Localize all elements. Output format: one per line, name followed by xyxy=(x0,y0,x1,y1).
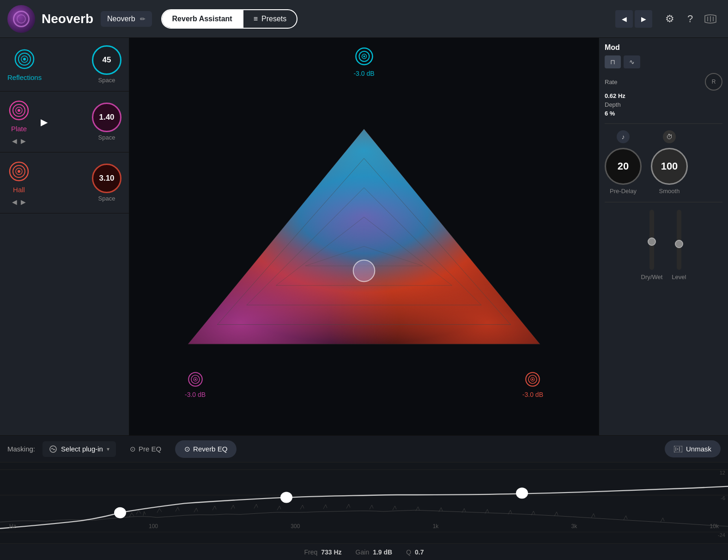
pre-eq-icon: ⊙ xyxy=(130,445,136,453)
svg-point-28 xyxy=(363,55,365,57)
mod-type-buttons: ⊓ ∿ xyxy=(605,55,722,68)
center-visualization[interactable]: -3.0 dB -3.0 dB -3.0 dB xyxy=(129,38,599,435)
freq-stat: Freq 733 Hz xyxy=(304,548,341,556)
pre-eq-tab[interactable]: ⊙ Pre EQ xyxy=(121,440,170,458)
db-label-bottom-left: -3.0 dB xyxy=(185,371,206,398)
hall-next-button[interactable]: ▶ xyxy=(21,198,26,206)
eq-chart[interactable]: 12 -6 -24 Hz 100 300 1k 3k 10k xyxy=(0,463,728,543)
level-label: Level xyxy=(672,274,686,280)
depth-value-row: 6 % xyxy=(605,110,722,117)
mod-sine-button[interactable]: ∿ xyxy=(624,55,640,68)
select-plugin-dropdown[interactable]: Select plug-in ▾ xyxy=(42,441,116,457)
presets-button[interactable]: ≡ Presets xyxy=(243,10,297,28)
reflections-space-label: Space xyxy=(98,77,115,84)
mod-section: Mod ⊓ ∿ Rate R 0.62 Hz Depth 6 % xyxy=(605,43,722,117)
svg-point-24 xyxy=(353,260,375,282)
edit-preset-icon[interactable]: ✏ xyxy=(140,15,146,23)
plate-prev-button[interactable]: ◀ xyxy=(12,137,17,145)
reverb-eq-tab[interactable]: ⊙ Reverb EQ xyxy=(175,440,237,458)
svg-rect-38 xyxy=(674,446,682,452)
eq-point-2[interactable] xyxy=(281,492,292,502)
plate-section: Plate ◀ ▶ ▶ 1.40 Space xyxy=(0,91,129,152)
midi-icon xyxy=(704,14,717,24)
pre-eq-label: Pre EQ xyxy=(139,445,161,453)
hall-space-label: Space xyxy=(98,195,115,202)
rate-value-row: 0.62 Hz xyxy=(605,92,722,99)
rate-row: Rate R xyxy=(605,73,722,91)
chevron-down-icon: ▾ xyxy=(107,446,109,452)
reflections-section: Reflections 45 Space xyxy=(0,38,129,91)
dry-wet-slider-group: Dry/Wet xyxy=(641,210,663,280)
unmask-button[interactable]: Unmask xyxy=(665,440,721,457)
select-plugin-icon xyxy=(49,445,57,453)
hall-knob-value: 3.10 xyxy=(99,174,114,183)
hall-nav: ◀ ▶ xyxy=(12,198,26,206)
nav-next-button[interactable]: ▶ xyxy=(635,10,652,28)
masking-label: Masking: xyxy=(7,445,35,453)
pre-delay-value: 20 xyxy=(618,160,629,172)
app-name: Neoverb xyxy=(42,12,93,26)
reflections-knob[interactable]: 45 xyxy=(92,45,121,75)
unmask-label: Unmask xyxy=(686,445,711,453)
svg-point-32 xyxy=(194,378,196,380)
left-panel: Reflections 45 Space xyxy=(0,38,129,435)
db-bottom-left-value: -3.0 dB xyxy=(185,391,206,398)
settings-button[interactable]: ⚙ xyxy=(660,9,680,29)
plate-space-label: Space xyxy=(98,134,115,141)
eq-toolbar: Masking: Select plug-in ▾ ⊙ Pre EQ ⊙ Rev… xyxy=(0,436,728,463)
bottom-panel: Masking: Select plug-in ▾ ⊙ Pre EQ ⊙ Rev… xyxy=(0,435,728,560)
gain-stat-value: 1.9 dB xyxy=(373,548,392,556)
reverb-eq-label: Reverb EQ xyxy=(193,445,227,453)
right-knobs-row: ♪ 20 Pre-Delay ⏱ 100 Smooth xyxy=(605,123,722,195)
rate-label: Rate xyxy=(605,79,617,85)
hall-prev-button[interactable]: ◀ xyxy=(12,198,17,206)
plate-label: Plate xyxy=(11,125,27,133)
hall-icon-group: Hall ◀ ▶ xyxy=(7,160,30,206)
eq-footer: Freq 733 Hz Gain 1.9 dB Q 0.7 xyxy=(0,543,728,560)
top-spiral-icon xyxy=(354,46,374,67)
midi-button[interactable] xyxy=(700,9,721,29)
smooth-knob[interactable]: 100 xyxy=(651,148,688,185)
plate-play-button[interactable]: ▶ xyxy=(41,116,48,128)
dry-wet-slider-thumb[interactable] xyxy=(648,237,656,246)
level-slider-thumb[interactable] xyxy=(675,240,683,248)
gain-stat-label: Gain xyxy=(356,548,370,556)
hall-knob[interactable]: 3.10 xyxy=(92,164,121,193)
mod-square-button[interactable]: ⊓ xyxy=(605,55,621,68)
note-icon: ♪ xyxy=(617,130,630,143)
pre-delay-knob[interactable]: 20 xyxy=(605,148,642,185)
logo xyxy=(7,5,35,33)
eq-curve-svg xyxy=(0,463,728,543)
presets-label: Presets xyxy=(261,15,286,23)
main-area: Reflections 45 Space xyxy=(0,38,728,435)
plate-knob[interactable]: 1.40 xyxy=(92,103,121,132)
eq-point-1[interactable] xyxy=(115,508,126,518)
plate-next-button[interactable]: ▶ xyxy=(21,137,26,145)
help-button[interactable]: ? xyxy=(680,9,700,29)
svg-point-14 xyxy=(18,170,20,173)
eq-point-3[interactable] xyxy=(516,488,528,498)
rate-knob[interactable]: R xyxy=(705,73,722,91)
db-bottom-right-value: -3.0 dB xyxy=(522,391,543,398)
sliders-row: Dry/Wet Level xyxy=(605,202,722,280)
nav-prev-button[interactable]: ◀ xyxy=(615,10,633,28)
pre-delay-group: ♪ 20 Pre-Delay xyxy=(605,130,642,195)
reverb-assistant-button[interactable]: Reverb Assistant xyxy=(162,10,243,28)
header: Neoverb Neoverb ✏ Reverb Assistant ≡ Pre… xyxy=(0,0,728,38)
bottom-right-spiral-icon xyxy=(524,371,541,388)
reverb-eq-icon: ⊙ xyxy=(184,445,190,453)
dry-wet-label: Dry/Wet xyxy=(641,274,663,280)
reflections-knob-group: 45 Space xyxy=(92,45,121,84)
db-label-top: -3.0 dB xyxy=(353,46,374,77)
reflections-icon xyxy=(13,48,36,71)
depth-label: Depth xyxy=(605,101,621,108)
level-slider-track[interactable] xyxy=(677,210,681,270)
dry-wet-slider-track[interactable] xyxy=(649,210,654,270)
plate-knob-value: 1.40 xyxy=(99,113,114,122)
svg-point-10 xyxy=(18,109,20,112)
depth-row: Depth xyxy=(605,101,722,108)
plate-icon xyxy=(7,99,30,122)
q-stat: Q 0.7 xyxy=(406,548,424,556)
preset-name: Neoverb xyxy=(107,15,135,23)
preset-selector[interactable]: Neoverb ✏ xyxy=(101,11,152,27)
